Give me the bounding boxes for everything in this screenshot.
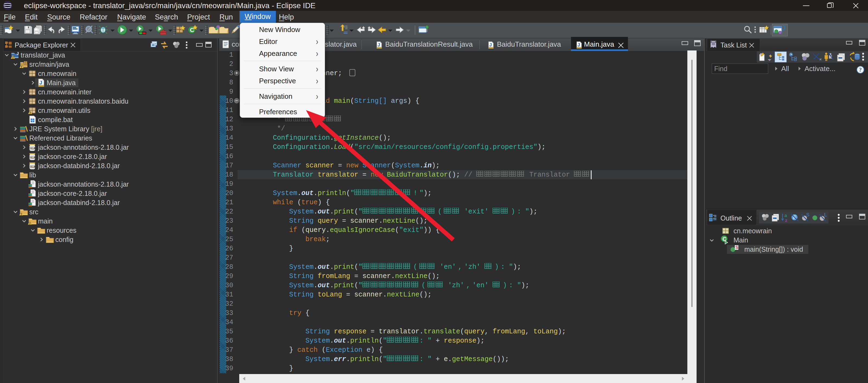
svg-text:a: a xyxy=(784,213,787,218)
svg-text:L: L xyxy=(824,213,827,218)
svg-text:?: ? xyxy=(859,66,862,73)
svg-text:z: z xyxy=(785,218,787,223)
svg-text:S: S xyxy=(806,213,809,218)
svg-text:J: J xyxy=(782,24,785,32)
